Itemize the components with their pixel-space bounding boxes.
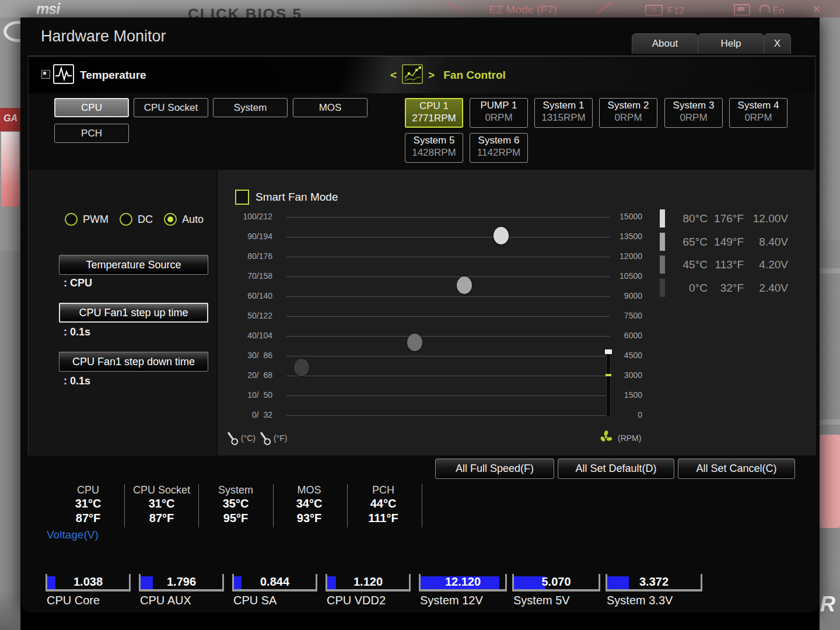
fan-slider-track[interactable]: [286, 237, 610, 237]
fan-slider-track[interactable]: [286, 396, 610, 396]
rpm-axis-label: 12000: [591, 251, 642, 261]
hardware-monitor-dialog: Hardware Monitor About Help X Temperatur…: [20, 18, 820, 612]
voltage-value: 3.372: [607, 575, 701, 589]
sensor-divider: [422, 484, 422, 527]
collapse-icon[interactable]: [41, 70, 50, 79]
sensor-name: MOS: [274, 484, 344, 496]
temp-axis-label: 10/ 50: [218, 390, 272, 400]
chevron-left-icon[interactable]: <: [390, 69, 397, 82]
fan-button-system6[interactable]: System 6 1142RPM: [470, 133, 528, 163]
monitor-panel: Temperature < > Fan Control CPU CPU Sock…: [28, 55, 816, 455]
point-temp-f: 176°F: [711, 212, 744, 225]
tab-system[interactable]: System: [213, 98, 288, 117]
fan-rpm: 0RPM: [665, 112, 722, 124]
fan-curve-point-1[interactable]: [494, 227, 509, 244]
rpm-vertical-slider[interactable]: [606, 351, 611, 416]
fan-icon: [599, 430, 613, 446]
fan-slider-track[interactable]: [286, 415, 610, 416]
temp-axis-label: 50/122: [218, 311, 272, 320]
sensor-celsius: 44°C: [348, 496, 418, 511]
help-button[interactable]: Help: [698, 33, 764, 54]
voltage-value: 12.120: [421, 575, 505, 589]
voltage-value: 1.796: [141, 575, 222, 589]
rpm-axis-label: 3000: [591, 370, 642, 380]
chevron-right-icon[interactable]: >: [428, 69, 435, 82]
fan-name: System 6: [470, 135, 527, 146]
fan-button-cpu1[interactable]: CPU 1 2771RPM: [405, 98, 463, 128]
temp-axis-label: 20/ 68: [218, 370, 272, 380]
fan-button-system1[interactable]: System 1 1315RPM: [534, 98, 593, 128]
rpm-slider-handle[interactable]: [605, 349, 612, 354]
fan-curve-panel: Smart Fan Mode 100/212 90/194 80/176 70/…: [218, 170, 816, 456]
all-full-speed-button[interactable]: All Full Speed(F): [435, 459, 554, 479]
point-temp-c: 45°C: [667, 258, 708, 271]
point-indicator: [660, 209, 665, 228]
fan-slider-track[interactable]: [286, 217, 610, 218]
voltage-value: 5.070: [514, 575, 598, 589]
sensor-cpu: CPU 31°C 87°F: [53, 484, 123, 526]
radio-pwm[interactable]: [65, 213, 78, 226]
step-down-time-button[interactable]: CPU Fan1 step down time: [59, 352, 208, 372]
voltage-rail-cpu-vdd2: 1.120: [326, 574, 411, 592]
voltage-section-title: Voltage(V): [47, 528, 99, 541]
fan-button-system3[interactable]: System 3 0RPM: [664, 98, 723, 128]
all-set-cancel-button[interactable]: All Set Cancel(C): [678, 459, 795, 479]
fan-slider-track[interactable]: [286, 257, 610, 257]
sensor-celsius: 31°C: [127, 496, 197, 511]
tab-cpu-socket[interactable]: CPU Socket: [134, 98, 208, 117]
fan-slider-track[interactable]: [286, 276, 610, 277]
voltage-value: 1.038: [47, 575, 129, 589]
screenshot-icon: [645, 5, 663, 16]
thermometer-icon: [224, 429, 240, 447]
sensor-name: PCH: [348, 484, 418, 496]
fan-name: System 3: [665, 100, 722, 111]
close-button[interactable]: X: [764, 33, 791, 54]
voltage-rail-system-12v: 12.120: [419, 574, 507, 592]
fan-slider-track[interactable]: [286, 336, 610, 337]
voltage-rail-system-3_3v: 3.372: [606, 574, 702, 592]
temperature-source-button[interactable]: Temperature Source: [59, 255, 208, 275]
fan-slider-track[interactable]: [286, 316, 610, 317]
fan-button-pump1[interactable]: PUMP 1 0RPM: [470, 98, 528, 128]
point-temp-f: 32°F: [711, 282, 744, 295]
about-button[interactable]: About: [632, 33, 698, 54]
point-voltage: 4.20V: [746, 258, 788, 271]
decor-slash: [595, 2, 612, 15]
fan-name: System 1: [535, 100, 592, 111]
sensor-fahrenheit: 93°F: [274, 511, 344, 526]
voltage-value: 1.120: [327, 575, 409, 589]
radio-auto[interactable]: [164, 213, 177, 226]
tab-mos[interactable]: MOS: [293, 98, 368, 117]
rpm-axis-label: 6000: [591, 331, 642, 340]
point-temp-c: 80°C: [667, 212, 708, 225]
fan-control-header[interactable]: < > Fan Control: [390, 63, 506, 88]
sensor-divider: [273, 484, 274, 527]
fahrenheit-unit-label: (°F): [274, 433, 287, 443]
sensor-celsius: 35°C: [201, 496, 271, 511]
fan-curve-point-2[interactable]: [457, 276, 472, 294]
voltage-rail-label: CPU AUX: [140, 594, 191, 607]
fan-button-system4[interactable]: System 4 0RPM: [729, 98, 788, 128]
step-up-time-button[interactable]: CPU Fan1 step up time: [59, 303, 208, 323]
fan-slider-track[interactable]: [286, 356, 610, 356]
language-label: En: [772, 5, 785, 17]
fan-button-system5[interactable]: System 5 1428RPM: [405, 133, 463, 163]
fan-slider-track[interactable]: [286, 376, 610, 376]
voltage-rail-label: CPU SA: [233, 594, 276, 607]
sensor-celsius: 31°C: [53, 496, 123, 511]
fan-settings-panel: PWM DC Auto Temperature Source : CPU CPU…: [29, 170, 218, 456]
point-voltage: 8.40V: [746, 236, 788, 249]
fan-button-system2[interactable]: System 2 0RPM: [599, 98, 657, 128]
tab-pch[interactable]: PCH: [54, 124, 129, 143]
radio-dc[interactable]: [120, 213, 132, 226]
fan-slider-track[interactable]: [286, 296, 610, 297]
smart-fan-mode-checkbox[interactable]: [235, 190, 249, 205]
decor-slash: [448, 2, 466, 15]
msi-logo: msi: [36, 1, 60, 18]
fan-curve-point-3[interactable]: [407, 334, 422, 351]
point-voltage: 12.00V: [746, 212, 788, 225]
tab-cpu[interactable]: CPU: [54, 98, 129, 117]
all-set-default-button[interactable]: All Set Default(D): [558, 459, 674, 479]
sensor-fahrenheit: 95°F: [201, 511, 271, 526]
fan-curve-point-4[interactable]: [294, 359, 309, 376]
